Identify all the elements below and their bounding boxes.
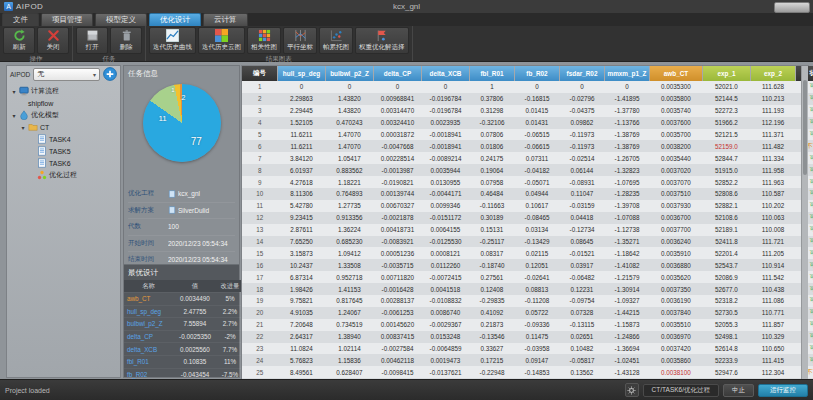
tab-云计算[interactable]: 云计算	[203, 13, 248, 26]
column-header-fsdar_R02[interactable]: fsdar_R02	[560, 66, 605, 81]
cell: -1.02451	[605, 354, 650, 366]
column-header-hull_sp_deg[interactable]: hull_sp_deg	[278, 66, 326, 81]
column-header-bulbwl_p2_Z[interactable]: bulbwl_p2_Z	[326, 66, 374, 81]
task-info-panel: 任务信息 112177 优化工程kcx_gnl求解方案SilverDulid代数…	[123, 65, 240, 378]
table-row[interactable]: 199.758210.8176450.00288137-0.0108832-0.…	[242, 295, 813, 307]
ribbon-button-刷新[interactable]: 刷新	[3, 27, 35, 54]
column-header-fb_R02[interactable]: fb_R02	[515, 66, 560, 81]
column-header-exp_2[interactable]: exp_2	[751, 66, 796, 81]
table-row[interactable]: 611.62111.47070-0.0047668-0.00189410.018…	[242, 140, 813, 152]
cell: 19	[242, 295, 278, 307]
best-design-row[interactable]: awb_CT0.00344905%	[124, 293, 243, 306]
best-design-row[interactable]: bulbwl_p2_Z7.558942.7%	[124, 318, 243, 331]
column-header-编号[interactable]: 编号	[242, 66, 278, 81]
table-row[interactable]: 147.652500.685230-0.0083921-0.0125530-0.…	[242, 236, 813, 248]
pie-label-11: 11	[159, 114, 167, 123]
table-row[interactable]: 245.768231.158360.004621180.00194730.172…	[242, 354, 813, 366]
table-row[interactable]: 176.873140.9527180.00711820-0.00724150.2…	[242, 271, 813, 283]
ribbon-button-打开[interactable]: 打开	[76, 27, 108, 54]
cell: -0.13429	[515, 236, 560, 248]
column-header-delta_CP[interactable]: delta_CP	[374, 66, 422, 81]
best-design-row[interactable]: delta_CP-0.0025350-2%	[124, 330, 243, 343]
vertical-scrollbar[interactable]	[801, 66, 808, 379]
table-row[interactable]: 217.206480.7345190.00145620-0.00293670.2…	[242, 319, 813, 331]
column-header-fbl_R01[interactable]: fbl_R01	[470, 66, 515, 81]
ribbon-button-相关性图[interactable]: 相关性图	[247, 27, 281, 54]
cell: -0.0029367	[422, 319, 470, 331]
abort-button[interactable]: 中止	[723, 384, 754, 397]
tree-item-优化过程[interactable]: 优化过程	[7, 169, 120, 181]
tab-文件[interactable]: 文件	[2, 13, 39, 26]
table-row[interactable]: 73.841201.054170.00228514-0.00892140.241…	[242, 152, 813, 164]
tab-优化设计[interactable]: 优化设计	[149, 13, 201, 26]
cell: 52189.1	[703, 224, 751, 236]
table-row[interactable]: 108.113060.7648930.00139744-0.00441710.4…	[242, 188, 813, 200]
column-header-mmxm_p1_Z[interactable]: mmxm_p1_Z	[605, 66, 650, 81]
table-row[interactable]: 2311.08241.02114-0.0027584-0.00648590.33…	[242, 343, 813, 355]
table-row[interactable]: 1000010000.003530052021.0111.628可行	[242, 81, 813, 93]
cell: -0.0125530	[422, 236, 470, 248]
column-header-awb_CT[interactable]: awb_CT	[650, 66, 703, 81]
table-row[interactable]: 204.910351.24067-0.00612530.00867400.410…	[242, 307, 813, 319]
cell: 52852.2	[703, 176, 751, 188]
cell: 111.482	[751, 140, 796, 152]
table-row[interactable]: 153.158731.094120.000512360.00081210.083…	[242, 247, 813, 259]
column-header-delta_XCB[interactable]: delta_XCB	[422, 66, 470, 81]
cell: 0.00051236	[374, 247, 422, 259]
cell: 111.857	[751, 319, 796, 331]
table-row[interactable]: 222.643171.389400.008374150.0153248-0.13…	[242, 331, 813, 343]
best-design-row[interactable]: hull_sp_deg2.477552.2%	[124, 305, 243, 318]
tree-item-TASK6[interactable]: TASK6	[7, 157, 120, 169]
cell: 0	[422, 81, 470, 93]
table-row[interactable]: 115.427801.277350.006703270.0099346-0.11…	[242, 200, 813, 212]
tree-item-shipflow[interactable]: shipflow	[7, 97, 120, 109]
cell: -0.0072415	[422, 271, 470, 283]
table-row[interactable]: 511.62111.470700.00031872-0.00189410.078…	[242, 129, 813, 141]
table-row[interactable]: 129.234150.913356-0.0021878-0.01511720.3…	[242, 212, 813, 224]
cell: -0.0044171	[422, 188, 470, 200]
table-row[interactable]: 132.876111.362240.004187310.00641550.151…	[242, 224, 813, 236]
best-design-row[interactable]: delta_XCB0.00255607.7%	[124, 343, 243, 356]
tab-项目管理[interactable]: 项目管理	[41, 13, 93, 26]
cell: -0.08931	[560, 176, 605, 188]
scrollbar-thumb[interactable]	[803, 80, 807, 175]
window-menu-button[interactable]	[774, 2, 810, 13]
ribbon-button-平行坐标[interactable]: 平行坐标	[283, 27, 317, 54]
settings-button[interactable]	[625, 383, 639, 397]
best-design-row[interactable]: fbl_R010.1083511%	[124, 355, 243, 368]
monitor-button[interactable]: 运行监控	[758, 384, 808, 397]
table-row[interactable]: 258.495610.628407-0.0098415-0.0137621-0.…	[242, 366, 813, 378]
ribbon-button-关闭[interactable]: 关闭	[37, 27, 69, 54]
table-row[interactable]: 41.521050.4702430.003244100.0023935-0.32…	[242, 117, 813, 129]
tree-item-CT[interactable]: ▾CT	[7, 121, 120, 133]
filter-dropdown[interactable]: 无 ▾	[33, 68, 100, 81]
column-header-exp_1[interactable]: exp_1	[703, 66, 751, 81]
ribbon-button-帕累托图[interactable]: 帕累托图	[319, 27, 353, 54]
cell: 6	[242, 140, 278, 152]
table-row[interactable]: 86.019370.883562-0.00139870.00359440.190…	[242, 164, 813, 176]
tree-item-优化模型[interactable]: ▾优化模型	[7, 109, 120, 121]
add-button[interactable]	[103, 67, 117, 81]
ribbon-button-迭代历史云图[interactable]: 迭代历史云图	[198, 27, 245, 54]
table-row[interactable]: 94.276181.18221-0.01908210.01309550.0795…	[242, 176, 813, 188]
tree-item-TASK5[interactable]: TASK5	[7, 145, 120, 157]
table-row[interactable]: 22.298631.438200.00968841-0.01967840.378…	[242, 93, 813, 105]
cell: -0.09336	[515, 319, 560, 331]
tab-模型定义[interactable]: 模型定义	[95, 13, 147, 26]
best-design-value: 2.47755	[173, 305, 217, 318]
cell: 0.12231	[560, 283, 605, 295]
cell: -1.30914	[605, 283, 650, 295]
table-row[interactable]: 181.984261.41153-0.00164280.00415180.124…	[242, 283, 813, 295]
ribbon-button-删除[interactable]: 删除	[110, 27, 142, 54]
chart-matrix-icon	[258, 29, 271, 42]
tree-item-TASK4[interactable]: TASK4	[7, 133, 120, 145]
cell: 0.00288137	[374, 295, 422, 307]
table-row[interactable]: 1610.24371.33508-0.00357150.0112260-0.18…	[242, 259, 813, 271]
cell: -0.02796	[560, 93, 605, 105]
cell: 0.0064155	[422, 224, 470, 236]
cell: 0.00968841	[374, 93, 422, 105]
table-row[interactable]: 32.294451.438200.00314470-0.01967840.312…	[242, 105, 813, 117]
ribbon-button-权重优化解选择[interactable]: 权重优化解选择	[355, 27, 409, 54]
tree-item-计算流程[interactable]: ▾计算流程	[7, 85, 120, 97]
ribbon-button-迭代历史曲线[interactable]: 迭代历史曲线	[149, 27, 196, 54]
